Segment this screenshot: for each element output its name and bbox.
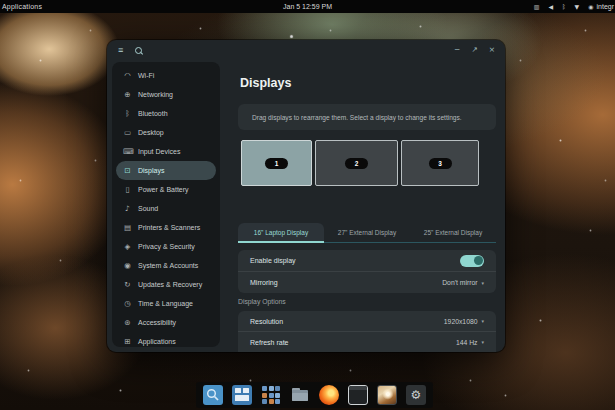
network-icon: ⊕ (123, 90, 132, 99)
grid-dot (275, 399, 280, 404)
search-tool-icon[interactable] (203, 385, 223, 405)
resolution-row: Resolution 1920x1080 ▾ (238, 311, 496, 331)
sidebar-item-label: Networking (138, 91, 173, 98)
sidebar-item-label: Accessibility (138, 319, 176, 326)
window-titlebar[interactable]: ≡ − ↗ × (107, 40, 505, 60)
tab-laptop-display[interactable]: 16" Laptop Display (238, 223, 324, 243)
user-icon: ◉ (123, 261, 132, 270)
page-title: Displays (240, 76, 291, 90)
sidebar-item-updates[interactable]: ↻ Updates & Recovery (116, 275, 216, 294)
input-source-icon[interactable]: ▥ (534, 3, 540, 10)
refresh-rate-row: Refresh rate 144 Hz ▾ (238, 331, 496, 352)
sidebar-item-input-devices[interactable]: ⌨ Input Devices (116, 142, 216, 161)
display-options-card: Resolution 1920x1080 ▾ Refresh rate 144 … (238, 311, 496, 352)
files-icon[interactable] (290, 385, 310, 405)
sidebar-item-label: Wi-Fi (138, 72, 154, 79)
display-icon: ⊡ (123, 166, 132, 175)
top-bar: Applications Jan 5 12:59 PM ▥ ◀ ᛒ ▼ ◉ in… (0, 0, 615, 13)
settings-icon[interactable]: ⚙ (406, 385, 426, 405)
sidebar-item-accessibility[interactable]: ⊛ Accessibility (116, 313, 216, 332)
sidebar-item-label: Time & Language (138, 300, 193, 307)
apps-grid-icon: ⊞ (123, 337, 132, 346)
tab-external-display-27[interactable]: 27" External Display (324, 223, 410, 242)
terminal-icon[interactable] (348, 385, 368, 405)
user-label: integr (596, 3, 614, 10)
display-thumbnail-3[interactable]: 3 (401, 140, 479, 186)
display-number-badge: 1 (265, 158, 288, 169)
clock-icon: ◷ (123, 299, 132, 308)
user-menu[interactable]: ◉ integr (588, 3, 614, 10)
toggle-knob (474, 256, 483, 265)
sidebar-item-label: Input Devices (138, 148, 180, 155)
display-thumbnail-1[interactable]: 1 (241, 140, 312, 186)
menu-icon[interactable]: ≡ (118, 46, 123, 55)
sidebar-item-label: Displays (138, 167, 164, 174)
display-tabs: 16" Laptop Display 27" External Display … (238, 223, 496, 243)
sidebar-item-label: System & Accounts (138, 262, 198, 269)
sidebar-item-privacy[interactable]: ◈ Privacy & Security (116, 237, 216, 256)
display-number-badge: 2 (345, 158, 368, 169)
sidebar-item-wifi[interactable]: ◠ Wi-Fi (116, 66, 216, 85)
applications-menu[interactable]: Applications (0, 3, 42, 10)
wifi-icon[interactable]: ▼ (575, 3, 580, 10)
resolution-value: 1920x1080 (444, 318, 478, 325)
shield-icon: ◈ (123, 242, 132, 251)
battery-icon: ▯ (123, 185, 132, 194)
refresh-rate-value: 144 Hz (456, 339, 478, 346)
minimize-button[interactable]: − (454, 46, 460, 54)
speaker-icon: ♪ (123, 204, 132, 213)
refresh-rate-label: Refresh rate (250, 339, 289, 346)
system-tray: ▥ ◀ ᛒ ▼ ◉ integr (534, 3, 615, 10)
sidebar: ◠ Wi-Fi ⊕ Networking ᛒ Bluetooth ▭ Deskt… (112, 62, 220, 347)
enable-display-label: Enable display (250, 257, 296, 264)
desktop: Applications Jan 5 12:59 PM ▥ ◀ ᛒ ▼ ◉ in… (0, 0, 615, 410)
chevron-down-icon: ▾ (481, 318, 484, 324)
firefox-icon[interactable] (319, 385, 339, 405)
mirroring-dropdown[interactable]: Don't mirror ▾ (442, 279, 484, 286)
sidebar-item-label: Sound (138, 205, 158, 212)
window-controls: − ↗ × (454, 40, 495, 60)
close-button[interactable]: × (489, 46, 495, 54)
sidebar-item-label: Privacy & Security (138, 243, 195, 250)
maximize-button[interactable]: ↗ (471, 46, 477, 54)
magnifier-glyph (205, 387, 221, 403)
terminal-titlebar (349, 386, 367, 390)
keyboard-icon: ⌨ (123, 147, 132, 156)
sidebar-item-label: Bluetooth (138, 110, 168, 117)
image-viewer-icon[interactable] (377, 385, 397, 405)
sidebar-item-bluetooth[interactable]: ᛒ Bluetooth (116, 104, 216, 123)
volume-icon[interactable]: ◀ (548, 3, 553, 10)
sidebar-item-time-language[interactable]: ◷ Time & Language (116, 294, 216, 313)
folder-front (292, 393, 308, 401)
refresh-rate-dropdown[interactable]: 144 Hz ▾ (456, 339, 484, 346)
chevron-down-icon: ▾ (481, 339, 484, 345)
search-handle (140, 52, 143, 55)
tab-external-display-25[interactable]: 25" External Display (410, 223, 496, 242)
enable-display-toggle[interactable] (460, 255, 484, 267)
sidebar-item-system-accounts[interactable]: ◉ System & Accounts (116, 256, 216, 275)
accessibility-icon: ⊛ (123, 318, 132, 327)
grid-dot (262, 393, 267, 398)
bluetooth-icon[interactable]: ᛒ (562, 3, 566, 10)
sidebar-item-displays[interactable]: ⊡ Displays (116, 161, 216, 180)
printer-icon: ▤ (123, 223, 132, 232)
grid-dot (275, 393, 280, 398)
sidebar-item-label: Printers & Scanners (138, 224, 200, 231)
grid-dot (269, 386, 274, 391)
window-manager-icon[interactable] (232, 385, 252, 405)
window-glyph (235, 388, 241, 393)
sidebar-item-networking[interactable]: ⊕ Networking (116, 85, 216, 104)
sidebar-item-printers[interactable]: ▤ Printers & Scanners (116, 218, 216, 237)
section-label: Display Options (238, 298, 286, 305)
sidebar-item-desktop[interactable]: ▭ Desktop (116, 123, 216, 142)
display-thumbnail-2[interactable]: 2 (315, 140, 398, 186)
resolution-dropdown[interactable]: 1920x1080 ▾ (444, 318, 484, 325)
app-grid-icon[interactable] (261, 385, 281, 405)
sidebar-item-sound[interactable]: ♪ Sound (116, 199, 216, 218)
clock[interactable]: Jan 5 12:59 PM (283, 3, 332, 10)
user-icon: ◉ (588, 3, 593, 10)
search-icon[interactable] (135, 47, 142, 54)
sidebar-item-power-battery[interactable]: ▯ Power & Battery (116, 180, 216, 199)
mirroring-value: Don't mirror (442, 279, 477, 286)
sidebar-item-applications[interactable]: ⊞ Applications (116, 332, 216, 351)
